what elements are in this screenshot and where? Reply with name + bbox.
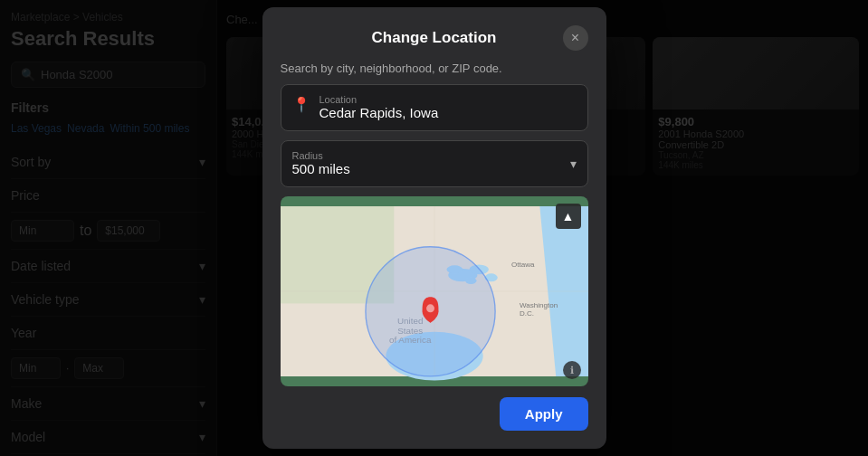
map-container: United States of America Ottawa Washingt…: [281, 196, 588, 386]
radius-value: 500 miles: [292, 161, 350, 176]
location-input-wrapper[interactable]: 📍 Location: [281, 84, 588, 131]
close-button[interactable]: ×: [563, 25, 588, 51]
location-label: Location: [320, 94, 573, 105]
radius-label: Radius: [292, 150, 350, 161]
modal-subtitle: Search by city, neighborhood, or ZIP cod…: [281, 62, 588, 75]
svg-text:Washington: Washington: [519, 301, 557, 309]
modal-title: Change Location: [306, 29, 563, 47]
map-svg: United States of America Ottawa Washingt…: [281, 196, 588, 386]
location-input-inner: Location: [320, 94, 573, 121]
modal-header: Change Location ×: [281, 25, 588, 51]
map-info-icon[interactable]: ℹ: [563, 361, 581, 379]
location-pin-icon: 📍: [292, 96, 310, 113]
svg-point-20: [426, 304, 434, 312]
modal-footer: Apply: [281, 397, 588, 431]
radius-select-wrapper[interactable]: Radius 500 miles ▾: [281, 140, 588, 187]
location-input[interactable]: [320, 105, 573, 120]
svg-text:Ottawa: Ottawa: [511, 261, 535, 269]
apply-button[interactable]: Apply: [500, 397, 588, 431]
svg-text:D.C.: D.C.: [519, 309, 533, 318]
radius-inner: Radius 500 miles: [292, 150, 350, 177]
change-location-modal: Change Location × Search by city, neighb…: [262, 7, 606, 449]
compass-icon[interactable]: ▲: [556, 204, 581, 229]
chevron-down-icon: ▾: [570, 157, 577, 171]
